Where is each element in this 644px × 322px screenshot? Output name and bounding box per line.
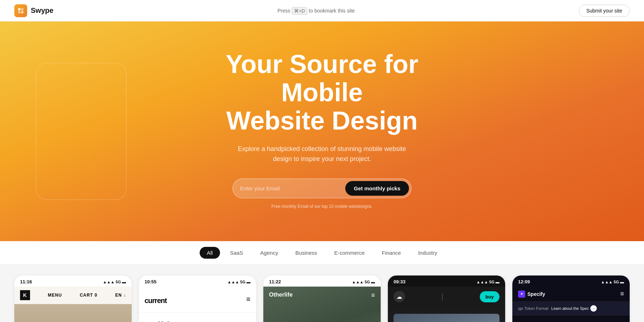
hero-section: Your Source for Mobile Website Design Ex… <box>0 21 644 241</box>
logo-text: Swype <box>31 6 53 15</box>
email-note: Free monthly Email of our top 10 mobile … <box>272 204 373 209</box>
svg-rect-2 <box>18 11 21 13</box>
filter-tab-all[interactable]: All <box>200 247 220 259</box>
screen-5: ✦ Specify ≡ ign Token Format Learn about… <box>512 287 630 322</box>
arrow-circle-icon: → <box>590 305 597 312</box>
svg-rect-1 <box>21 8 24 10</box>
card5-nav: ✦ Specify ≡ <box>512 287 630 302</box>
card4-nav: ☁ | buy <box>388 287 505 307</box>
get-monthly-picks-button[interactable]: Get monthly picks <box>345 181 409 196</box>
bookmark-hint: Press ⌘+D to bookmark this site <box>278 8 355 14</box>
filter-tab-agency[interactable]: Agency <box>253 247 285 259</box>
card2-headline: Build your money future <box>139 312 256 322</box>
card3-bg: Otherlife ≡ <box>263 287 381 322</box>
logo-icon <box>14 4 27 17</box>
card2-menu-icon: ≡ <box>246 295 250 303</box>
time-5: 12:09 <box>518 279 530 284</box>
time-4: 09:33 <box>394 279 405 284</box>
filter-tab-industry[interactable]: Industry <box>411 247 444 259</box>
cart-label: CART 0 <box>80 293 97 298</box>
card2-header: current ≡ <box>139 287 256 308</box>
card-fashion[interactable]: 09:33 ▲▲▲ 5G ▬ ☁ | buy <box>388 275 505 322</box>
card-furniture[interactable]: 11:16 ▲▲▲ 5G ▬ K MENU CART 0 EN ↓ <box>14 275 132 322</box>
card5-logo: ✦ Specify <box>518 291 545 298</box>
specify-logo-icon: ✦ <box>518 291 525 298</box>
card4-weather-icon: ☁ <box>394 291 405 302</box>
logo-area: Swype <box>14 4 53 17</box>
status-bar-3: 11:22 ▲▲▲ 5G ▬ <box>263 275 381 287</box>
cards-grid: 11:16 ▲▲▲ 5G ▬ K MENU CART 0 EN ↓ <box>0 265 644 322</box>
screen-3: Otherlife ≡ <box>263 287 381 322</box>
k-logo: K <box>20 290 30 300</box>
email-input[interactable] <box>240 185 342 191</box>
card4-content <box>388 307 505 322</box>
card4-divider-icon: | <box>441 293 443 301</box>
status-bar-5: 12:09 ▲▲▲ 5G ▬ <box>512 275 630 287</box>
signal-icons-4: ▲▲▲ 5G ▬ <box>477 280 499 284</box>
banner-pre-text: ign Token Format <box>518 306 548 311</box>
email-form: Get monthly picks <box>233 179 411 198</box>
filter-bar: All SaaS Agency Business E-commerce Fina… <box>0 241 644 265</box>
svg-rect-3 <box>21 11 24 13</box>
svg-rect-0 <box>18 8 21 10</box>
lang-label: EN ↓ <box>115 293 126 298</box>
signal-icons-1: ▲▲▲ 5G ▬ <box>103 280 126 284</box>
hero-subtitle: Explore a handpicked collection of stunn… <box>233 144 411 165</box>
screen-4: ☁ | buy <box>388 287 505 322</box>
time-2: 10:55 <box>145 279 156 284</box>
status-bar-2: 10:55 ▲▲▲ 5G ▬ <box>139 275 256 287</box>
banner-link-text: Learn about the Spec <box>551 306 589 311</box>
card-current[interactable]: 10:55 ▲▲▲ 5G ▬ current ≡ Build your mone… <box>139 275 256 322</box>
screen-2: current ≡ Build your money future Get st… <box>139 287 256 322</box>
card3-logo: Otherlife <box>269 292 293 298</box>
card3-overlay: Otherlife ≡ <box>263 287 381 304</box>
banner-link[interactable]: Learn about the Spec → <box>551 305 597 312</box>
time-3: 11:22 <box>269 279 281 284</box>
screen-1: K MENU CART 0 EN ↓ <box>14 287 132 322</box>
filter-tab-finance[interactable]: Finance <box>375 247 408 259</box>
card5-headline: Your DesignToken Engine <box>512 316 630 322</box>
card4-image <box>394 314 499 322</box>
card5-banner: ign Token Format Learn about the Spec → <box>512 302 630 316</box>
hero-title: Your Source for Mobile Website Design <box>197 50 447 135</box>
signal-icons-5: ▲▲▲ 5G ▬ <box>601 280 624 284</box>
signal-icons-2: ▲▲▲ 5G ▬ <box>228 280 250 284</box>
card3-menu-icon: ≡ <box>371 292 375 299</box>
signal-icons-3: ▲▲▲ 5G ▬ <box>352 280 375 284</box>
card1-image <box>14 304 132 322</box>
filter-tab-saas[interactable]: SaaS <box>223 247 250 259</box>
time-1: 11:16 <box>20 279 32 284</box>
card2-logo: current <box>145 291 167 308</box>
card-specify[interactable]: 12:09 ▲▲▲ 5G ▬ ✦ Specify ≡ ign Token For… <box>512 275 630 322</box>
card-otherlife[interactable]: 11:22 ▲▲▲ 5G ▬ Otherlife ≡ <box>263 275 381 322</box>
status-bar-4: 09:33 ▲▲▲ 5G ▬ <box>388 275 505 287</box>
keyboard-shortcut: ⌘+D <box>292 7 307 15</box>
filter-tab-business[interactable]: Business <box>288 247 324 259</box>
status-bar-1: 11:16 ▲▲▲ 5G ▬ <box>14 275 132 287</box>
menu-label: MENU <box>48 293 62 298</box>
submit-site-button[interactable]: Submit your site <box>579 5 630 17</box>
card1-nav: K MENU CART 0 EN ↓ <box>14 287 132 304</box>
card5-menu-icon: ≡ <box>620 290 624 298</box>
filter-tab-ecommerce[interactable]: E-commerce <box>327 247 372 259</box>
header: Swype Press ⌘+D to bookmark this site Su… <box>0 0 644 21</box>
card4-buy-button[interactable]: buy <box>480 291 499 302</box>
